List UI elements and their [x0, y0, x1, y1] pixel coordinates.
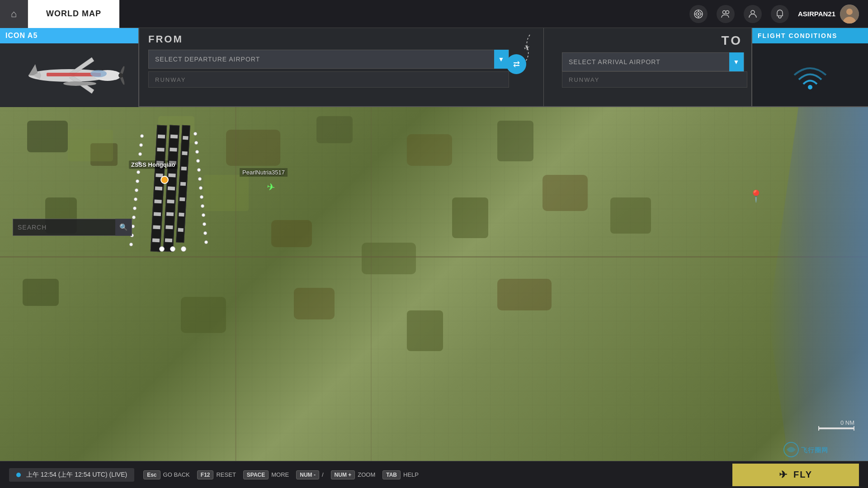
shortcut-zoom-separator: /	[322, 471, 324, 478]
shortcut-zoom-minus: NUM - /	[296, 470, 323, 479]
shortcut-more: SPACE MORE	[243, 470, 289, 479]
svg-point-25	[118, 73, 123, 78]
user-info: ASIRPAN21	[798, 5, 859, 23]
avatar	[840, 5, 859, 23]
watermark: 飞行圈网	[778, 438, 868, 461]
key-f12: F12	[197, 470, 214, 479]
flight-conditions-label-bar: FLIGHT CONDITIONS	[752, 28, 868, 43]
arrival-runway: RUNWAY	[562, 71, 747, 88]
svg-point-13	[846, 9, 853, 15]
arrival-airport-select[interactable]: SELECT ARRIVAL AIRPORT ▼	[562, 52, 744, 71]
aircraft-name: ICON A5	[5, 32, 38, 40]
scale-indicator: 0 NM	[818, 419, 854, 429]
key-tab: TAB	[382, 470, 401, 479]
home-button[interactable]: ⌂	[0, 0, 28, 28]
search-button[interactable]: 🔍	[115, 219, 132, 236]
airport-label: ZSSS Hongqiao	[129, 160, 178, 169]
location-pin: 📍	[749, 189, 763, 203]
fly-button[interactable]: ✈ FLY	[732, 464, 859, 486]
shortcut-go-back-label: GO BACK	[163, 471, 190, 478]
from-section: FROM SELECT DEPARTURE AIRPORT ▼ RUNWAY ⇄	[139, 28, 516, 106]
departure-airport-select[interactable]: SELECT DEPARTURE AIRPORT ▼	[148, 50, 509, 69]
scale-line	[818, 427, 854, 429]
from-label: FROM	[148, 33, 509, 45]
fly-label: FLY	[793, 469, 812, 480]
username-label: ASIRPAN21	[798, 10, 835, 18]
airport-area	[127, 125, 217, 252]
flight-conditions-section: FLIGHT CONDITIONS	[751, 28, 868, 106]
keyboard-shortcuts: Esc GO BACK F12 RESET SPACE MORE NUM - /…	[143, 470, 438, 479]
aircraft-section: ICON A5	[0, 28, 139, 107]
flight-conditions-label: FLIGHT CONDITIONS	[758, 32, 837, 39]
search-input[interactable]	[13, 224, 115, 231]
svg-text:飞行圈网: 飞行圈网	[801, 446, 828, 454]
header-panel: ICON A5	[0, 28, 868, 107]
shortcut-more-label: MORE	[271, 471, 289, 478]
svg-text:✈: ✈	[523, 43, 531, 52]
to-section: TO SELECT ARRIVAL AIRPORT ▼ RUNWAY	[543, 28, 751, 106]
time-display: 上午 12:54 (上午 12:54 UTC) (LIVE)	[9, 468, 134, 482]
departure-runway: RUNWAY	[148, 71, 509, 88]
shortcut-help: TAB HELP	[382, 470, 419, 479]
shortcut-help-label: HELP	[403, 471, 419, 478]
svg-point-2	[698, 13, 699, 15]
community-icon[interactable]	[717, 5, 735, 23]
search-box[interactable]: 🔍	[13, 219, 132, 236]
arrival-dropdown-arrow[interactable]: ▼	[729, 52, 744, 71]
fly-icon: ✈	[779, 469, 788, 481]
from-selects: SELECT DEPARTURE AIRPORT ▼ RUNWAY	[148, 50, 509, 88]
bottom-bar: 上午 12:54 (上午 12:54 UTC) (LIVE) Esc GO BA…	[0, 461, 868, 488]
aircraft-image[interactable]	[0, 43, 138, 107]
to-label: TO	[722, 33, 742, 48]
svg-point-8	[726, 10, 729, 14]
topbar-right: ASIRPAN21	[689, 5, 868, 23]
svg-point-9	[751, 10, 755, 14]
departure-placeholder: SELECT DEPARTURE AIRPORT	[155, 56, 260, 63]
gyroscope-icon[interactable]	[689, 5, 708, 23]
profile-icon[interactable]	[744, 5, 762, 23]
shortcut-zoom-plus: NUM + ZOOM	[331, 470, 376, 479]
notification-icon[interactable]	[771, 5, 789, 23]
shortcut-go-back: Esc GO BACK	[143, 470, 190, 479]
map-area[interactable]: ZSSS Hongqiao PearlNutria3517 ✈ 📍 0 NM 🔍	[0, 107, 868, 461]
svg-point-7	[722, 10, 726, 14]
live-indicator	[16, 473, 21, 477]
flight-conditions-content[interactable]	[752, 43, 868, 106]
time-text: 上午 12:54 (上午 12:54 UTC) (LIVE)	[26, 471, 127, 478]
scale-label: 0 NM	[840, 419, 854, 426]
shortcut-reset-label: RESET	[216, 471, 236, 478]
arrival-select-row: SELECT ARRIVAL AIRPORT ▼	[562, 52, 744, 71]
departure-select-row: SELECT DEPARTURE AIRPORT ▼	[148, 50, 509, 69]
key-num-minus: NUM -	[296, 470, 319, 479]
svg-point-29	[808, 85, 812, 89]
svg-point-22	[90, 70, 107, 77]
map-background: ZSSS Hongqiao PearlNutria3517 ✈ 📍 0 NM	[0, 107, 868, 461]
shortcut-reset: F12 RESET	[197, 470, 236, 479]
topbar: ⌂ WORLD MAP	[0, 0, 868, 28]
airport-marker	[160, 176, 169, 184]
key-esc: Esc	[143, 470, 160, 479]
svg-point-27	[78, 82, 96, 85]
airport-dots	[127, 125, 217, 252]
key-space: SPACE	[243, 470, 269, 479]
aircraft-label-bar: ICON A5	[0, 28, 138, 43]
arrival-placeholder: SELECT ARRIVAL AIRPORT	[569, 58, 660, 66]
shortcut-zoom-label: ZOOM	[358, 471, 375, 478]
key-num-plus: NUM +	[331, 470, 355, 479]
player-label: PearlNutria3517	[240, 168, 288, 177]
worldmap-tab[interactable]: WORLD MAP	[28, 0, 119, 28]
worldmap-label: WORLD MAP	[46, 9, 101, 19]
swap-button[interactable]: ⇄	[506, 54, 526, 74]
arrival-selects: SELECT ARRIVAL AIRPORT ▼ RUNWAY	[562, 52, 744, 88]
